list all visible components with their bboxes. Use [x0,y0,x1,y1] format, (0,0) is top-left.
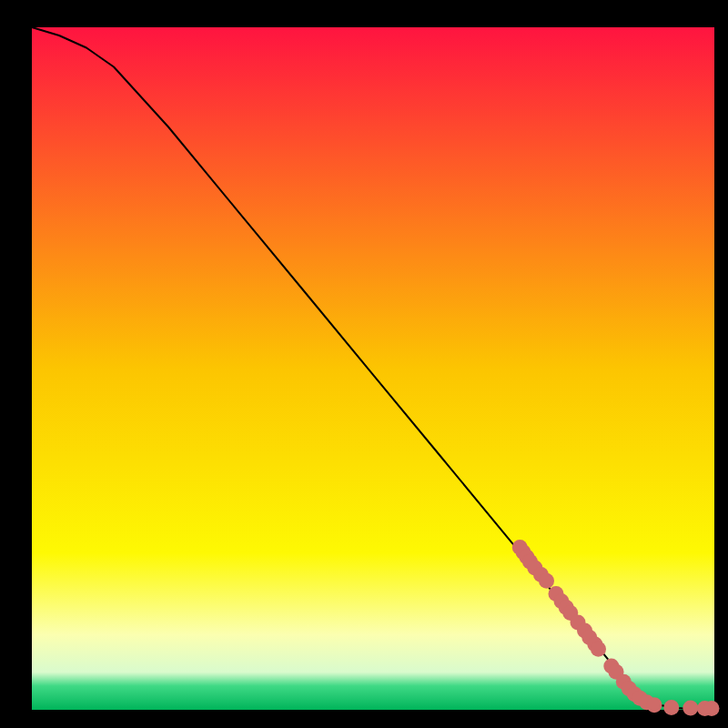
chart-svg [0,0,728,728]
chart-marker [591,642,606,657]
chart-marker [682,701,698,716]
chart-marker [647,697,662,713]
chart-plot-area [32,27,714,710]
chart-marker [704,701,720,716]
chart-marker [663,700,679,715]
chart-marker [539,573,554,589]
